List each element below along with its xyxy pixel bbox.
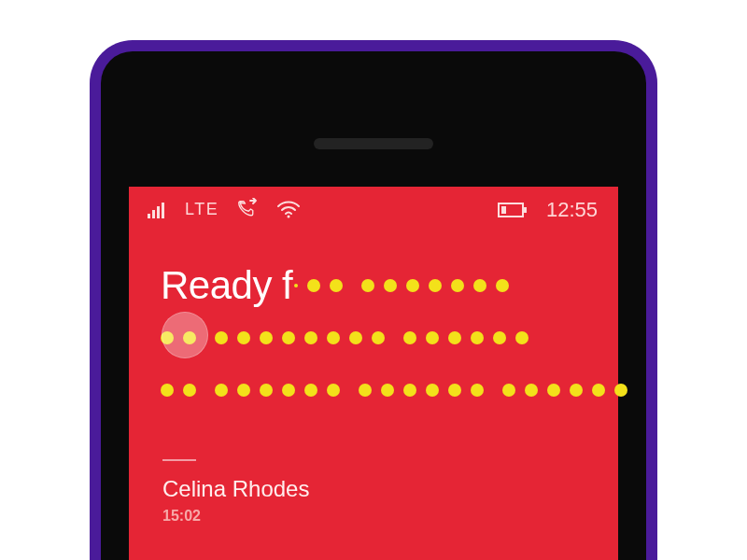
svg-point-4 bbox=[288, 216, 290, 218]
network-label: LTE bbox=[185, 200, 218, 219]
obscured-char-dot bbox=[448, 384, 461, 397]
obscured-char-dot bbox=[426, 331, 439, 344]
obscured-word[interactable] bbox=[161, 384, 196, 397]
obscured-char-dot bbox=[183, 384, 196, 397]
svg-rect-0 bbox=[148, 214, 150, 218]
hero-headline[interactable]: Ready f bbox=[161, 259, 599, 416]
svg-rect-3 bbox=[162, 203, 164, 218]
obscured-char-dot bbox=[260, 384, 273, 397]
obscured-char-dot bbox=[471, 331, 484, 344]
obscured-char-dot bbox=[361, 279, 374, 292]
obscured-char-dot bbox=[304, 331, 317, 344]
selection-handle[interactable] bbox=[294, 284, 298, 287]
obscured-char-dot bbox=[547, 384, 560, 397]
call-forward-icon bbox=[235, 198, 260, 220]
obscured-char-dot bbox=[381, 384, 394, 397]
svg-rect-6 bbox=[524, 207, 527, 213]
obscured-char-dot bbox=[592, 384, 605, 397]
obscured-char-dot bbox=[525, 384, 538, 397]
obscured-char-dot bbox=[429, 279, 442, 292]
obscured-word[interactable] bbox=[403, 331, 529, 344]
obscured-char-dot bbox=[237, 331, 250, 344]
obscured-char-dot bbox=[448, 331, 461, 344]
obscured-char-dot bbox=[473, 279, 486, 292]
obscured-char-dot bbox=[215, 331, 228, 344]
signal-icon bbox=[148, 200, 168, 218]
obscured-char-dot bbox=[471, 384, 484, 397]
obscured-char-dot bbox=[403, 384, 416, 397]
phone-frame: LTE 12:55 Ready f Celi bbox=[90, 40, 657, 560]
obscured-char-dot bbox=[237, 384, 250, 397]
obscured-word[interactable] bbox=[502, 384, 627, 397]
obscured-word[interactable] bbox=[307, 279, 343, 292]
obscured-char-dot bbox=[282, 384, 295, 397]
obscured-char-dot bbox=[282, 331, 295, 344]
phone-speaker bbox=[314, 138, 433, 149]
obscured-char-dot bbox=[307, 279, 320, 292]
obscured-char-dot bbox=[614, 384, 627, 397]
obscured-char-dot bbox=[327, 331, 340, 344]
obscured-char-dot bbox=[260, 331, 273, 344]
obscured-word[interactable] bbox=[359, 384, 484, 397]
svg-rect-7 bbox=[501, 206, 506, 214]
obscured-char-dot bbox=[493, 331, 506, 344]
obscured-word[interactable] bbox=[361, 279, 509, 292]
obscured-char-dot bbox=[496, 279, 509, 292]
obscured-char-dot bbox=[403, 331, 416, 344]
svg-rect-2 bbox=[157, 206, 160, 218]
obscured-char-dot bbox=[349, 331, 362, 344]
hero-revealed-text[interactable]: Ready f bbox=[161, 259, 292, 312]
obscured-char-dot bbox=[515, 331, 529, 344]
obscured-char-dot bbox=[359, 384, 372, 397]
obscured-char-dot bbox=[372, 331, 385, 344]
wifi-icon bbox=[276, 200, 301, 218]
obscured-char-dot bbox=[502, 384, 515, 397]
touch-cursor bbox=[162, 312, 208, 358]
article-timestamp: 15:02 bbox=[162, 508, 201, 525]
status-bar: LTE 12:55 bbox=[129, 198, 618, 230]
obscured-char-dot bbox=[215, 384, 228, 397]
obscured-char-dot bbox=[327, 384, 340, 397]
obscured-char-dot bbox=[406, 279, 419, 292]
obscured-char-dot bbox=[570, 384, 583, 397]
obscured-char-dot bbox=[304, 384, 317, 397]
obscured-word[interactable] bbox=[215, 384, 340, 397]
obscured-char-dot bbox=[451, 279, 464, 292]
screen[interactable]: LTE 12:55 Ready f Celi bbox=[129, 187, 618, 560]
divider bbox=[162, 459, 196, 461]
article-author[interactable]: Celina Rhodes bbox=[162, 476, 309, 502]
obscured-char-dot bbox=[384, 279, 397, 292]
obscured-word[interactable] bbox=[215, 331, 385, 344]
obscured-char-dot bbox=[426, 384, 439, 397]
battery-icon bbox=[498, 202, 528, 218]
phone-bezel: LTE 12:55 Ready f Celi bbox=[101, 51, 646, 560]
svg-rect-1 bbox=[152, 210, 155, 218]
obscured-char-dot bbox=[330, 279, 343, 292]
obscured-char-dot bbox=[161, 384, 174, 397]
status-clock: 12:55 bbox=[546, 198, 598, 222]
